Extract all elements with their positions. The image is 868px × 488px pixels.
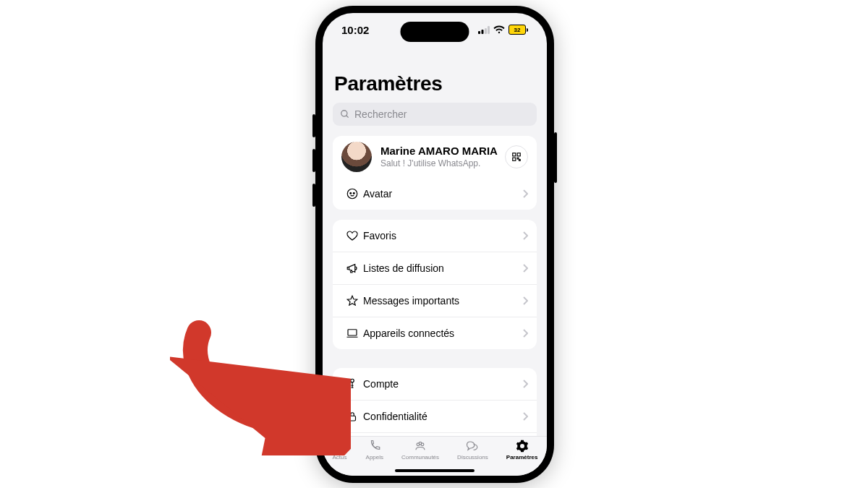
settings-row-appareils-connect-s[interactable]: Appareils connectés xyxy=(333,317,537,349)
tab-paramètres[interactable]: Paramètres xyxy=(506,440,538,461)
chevron-right-icon xyxy=(522,231,528,240)
row-label: Messages importants xyxy=(363,295,522,307)
phone-screen: 10:02 32 Paramètres xyxy=(323,13,547,476)
profile-name: Marine AMARO MARIA xyxy=(380,145,505,158)
tab-label: Actus xyxy=(333,454,347,461)
chevron-right-icon xyxy=(522,296,528,305)
tab-icon xyxy=(412,440,428,453)
settings-row-messages-importants[interactable]: Messages importants xyxy=(333,284,537,317)
lock-icon xyxy=(341,410,363,423)
settings-row-favoris[interactable]: Favoris xyxy=(333,220,537,252)
tab-label: Communautés xyxy=(401,454,439,461)
chevron-right-icon xyxy=(522,189,528,198)
settings-group-1: FavorisListes de diffusionMessages impor… xyxy=(333,220,537,349)
tab-appels[interactable]: Appels xyxy=(366,440,383,461)
settings-group-2: CompteConfidentialitéDiscussionsNotifica… xyxy=(333,368,537,440)
tab-communautés[interactable]: Communautés xyxy=(401,440,439,461)
profile-avatar xyxy=(341,142,372,172)
avatar-icon xyxy=(341,187,363,200)
search-placeholder: Rechercher xyxy=(354,108,407,120)
tab-label: Appels xyxy=(366,454,383,461)
avatar-label: Avatar xyxy=(363,188,522,200)
profile-row[interactable]: Marine AMARO MARIA Salut ! J'utilise Wha… xyxy=(333,136,537,178)
chevron-right-icon xyxy=(522,264,528,273)
star-icon xyxy=(341,294,363,307)
settings-row-compte[interactable]: Compte xyxy=(333,368,537,400)
laptop-icon xyxy=(341,327,363,340)
tab-label: Paramètres xyxy=(506,454,538,461)
settings-row-listes-de-diffusion[interactable]: Listes de diffusion xyxy=(333,252,537,284)
home-indicator xyxy=(395,469,475,472)
wifi-icon xyxy=(493,25,505,34)
profile-status: Salut ! J'utilise WhatsApp. xyxy=(380,158,505,169)
row-label: Appareils connectés xyxy=(363,328,522,339)
row-label: Favoris xyxy=(363,230,522,241)
svg-rect-16 xyxy=(349,416,356,421)
svg-rect-7 xyxy=(517,153,520,156)
phone-frame: 10:02 32 Paramètres xyxy=(315,6,554,483)
svg-point-11 xyxy=(347,189,357,199)
svg-point-22 xyxy=(419,442,422,445)
tab-icon xyxy=(514,440,530,453)
svg-point-13 xyxy=(353,192,354,194)
tab-discussions[interactable]: Discussions xyxy=(457,440,488,461)
cellular-icon xyxy=(478,26,490,34)
profile-card: Marine AMARO MARIA Salut ! J'utilise Wha… xyxy=(333,136,537,210)
svg-rect-1 xyxy=(482,30,484,34)
svg-point-18 xyxy=(336,442,344,450)
svg-rect-2 xyxy=(485,28,487,34)
row-label: Confidentialité xyxy=(363,411,522,422)
battery-indicator: 32 xyxy=(509,25,528,35)
svg-point-4 xyxy=(341,111,347,116)
svg-rect-10 xyxy=(519,160,521,161)
settings-page: Paramètres Rechercher Marine AMARO MARIA… xyxy=(323,46,547,440)
svg-point-15 xyxy=(351,379,354,382)
megaphone-icon xyxy=(341,262,363,275)
heart-icon xyxy=(341,229,363,242)
svg-rect-6 xyxy=(513,153,516,156)
chevron-right-icon xyxy=(522,329,528,338)
profile-info: Marine AMARO MARIA Salut ! J'utilise Wha… xyxy=(380,145,505,169)
svg-line-5 xyxy=(346,116,349,118)
svg-rect-14 xyxy=(348,330,357,335)
svg-rect-8 xyxy=(513,158,516,160)
settings-row-confidentialit-[interactable]: Confidentialité xyxy=(333,400,537,432)
svg-point-19 xyxy=(338,445,341,448)
row-label: Listes de diffusion xyxy=(363,262,522,274)
tab-actus[interactable]: Actus xyxy=(332,440,348,461)
page-title: Paramètres xyxy=(334,72,537,95)
tab-icon xyxy=(332,440,348,453)
chevron-right-icon xyxy=(522,412,528,421)
key-icon xyxy=(341,377,363,390)
search-field[interactable]: Rechercher xyxy=(333,103,537,126)
svg-rect-9 xyxy=(517,158,519,159)
tab-icon xyxy=(367,440,383,453)
status-bar: 10:02 32 xyxy=(323,13,547,46)
svg-rect-3 xyxy=(488,26,490,34)
svg-point-12 xyxy=(350,192,352,194)
status-time: 10:02 xyxy=(341,24,369,36)
tab-icon xyxy=(464,440,480,453)
svg-rect-0 xyxy=(478,31,480,34)
chevron-right-icon xyxy=(522,380,528,388)
avatar-row[interactable]: Avatar xyxy=(333,178,537,210)
qr-code-button[interactable] xyxy=(505,145,528,168)
row-label: Compte xyxy=(363,378,522,390)
search-icon xyxy=(340,109,350,119)
tab-label: Discussions xyxy=(457,454,488,461)
